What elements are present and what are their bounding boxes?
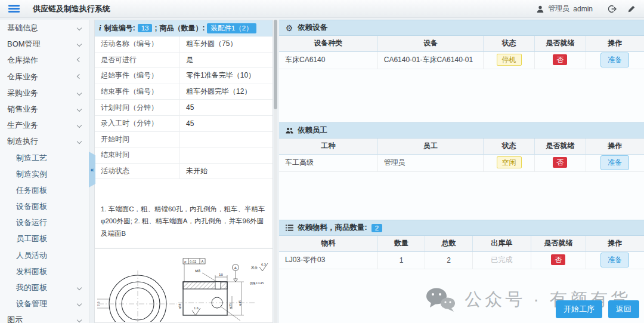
chevron-down-icon [77,318,82,322]
mfg-no-label: 制造编号: [104,23,135,33]
chevron-down-icon [77,139,82,144]
ready-badge: 否 [553,54,567,65]
form-row: 结束时间 [95,147,273,164]
start-process-button[interactable]: 开始工序 [556,300,602,318]
dim-left-label: 7.5 [97,302,100,306]
chevron-down-icon [77,107,82,112]
sidebar-item-material-panel[interactable]: 发料面板 [0,263,89,279]
user-name: admin [573,5,593,13]
logout-icon[interactable] [608,5,617,13]
sidebar-item-my-panel[interactable]: 我的面板 [0,279,89,296]
dim-outer-label: φ45 [239,300,242,306]
wechat-icon [425,287,456,312]
sidebar-item-mfg-instance[interactable]: 制造实例 [0,166,89,182]
sidebar-item-warehouse-ops[interactable]: 仓库操作 [0,52,89,68]
form-row: 计划时间（分钟）45 [95,100,273,116]
sidebar-item-purchase[interactable]: 采购业务 [0,85,89,101]
list-icon [285,224,293,232]
sidebar-item-task-panel[interactable]: 任务面板 [0,182,89,198]
ready-badge: 否 [551,254,565,265]
chevron-down-icon [77,285,82,290]
app-title: 供应链及制造执行系统 [33,4,110,14]
dependencies-panel: ⚙ 依赖设备 设备种类 设备 状态 是否就绪 操作 车床CA6140 CA614… [279,20,644,323]
table-row: 车工高级 管理员 空闲 否 准备 [279,154,644,171]
material-section-title: 依赖物料，商品数量: [298,223,367,233]
sidebar-item-mfg-execution[interactable]: 制造执行 [0,133,89,149]
mfg-no-badge: 13 [138,24,153,32]
gear-icon: ⚙ [285,24,293,32]
staff-section-title: 依赖员工 [298,125,327,136]
material-table: 物料 数量 总数 出库单 是否就绪 操作 LJ03-零件03 1 2 已完成 否… [279,236,644,269]
surface-note-label: 其余 [251,266,258,270]
sidebar-item-mfg-process[interactable]: 制造工艺 [0,150,89,166]
equipment-section: ⚙ 依赖设备 设备种类 设备 状态 是否就绪 操作 车床CA6140 CA614… [279,20,644,69]
status-badge: 空闲 [497,156,522,168]
form-row: 起始事件（编号）零件1准备完毕（10） [95,68,273,84]
tolerance-datum: A [202,260,204,263]
sidebar-item-bom[interactable]: BOM管理 [0,36,89,52]
sidebar-item-sales[interactable]: 销售业务 [0,101,89,117]
sidebar-item-device-panel[interactable]: 设备面板 [0,198,89,214]
prepare-button[interactable]: 准备 [600,155,629,170]
separator: ; [154,24,157,32]
staff-section: 依赖员工 工种 员工 状态 是否就绪 操作 车工高级 管理员 空闲 否 准备 [279,122,644,172]
sidebar-collapse-handle[interactable]: « [89,152,95,187]
sidebar-item-device-mgmt[interactable]: 设备管理 [0,296,89,312]
material-count-badge: 2 [371,224,382,232]
chevron-down-icon [77,302,82,306]
info-icon: i [99,23,101,33]
footer-actions: 开始工序 返回 [556,300,639,318]
panel-scrollbar-thumb[interactable] [274,20,277,109]
chevron-left-icon [77,57,82,62]
outbound-status: 已完成 [491,256,512,264]
surface-value-label: 6.3 [261,263,266,266]
sidebar-nav: 基础信息 BOM管理 仓库操作 仓库业务 采购业务 销售业务 生产业务 制造执行… [0,20,89,323]
table-header-row: 设备种类 设备 状态 是否就绪 操作 [279,36,644,51]
user-role: 管理员 [548,4,569,14]
users-icon [285,127,293,135]
datum-label: A [234,266,237,270]
chevron-down-icon [77,91,82,96]
activity-form: 活动名称（编号）粗车外圆（75） 是否可进行是 起始事件（编号）零件1准备完毕（… [95,36,273,179]
equipment-table: 设备种类 设备 状态 是否就绪 操作 车床CA6140 CA6140-01-车床… [279,36,644,69]
prepare-button[interactable]: 准备 [600,53,629,67]
form-row: 活动名称（编号）粗车外圆（75） [95,36,273,53]
sidebar-item-staff-panel[interactable]: 员工面板 [0,230,89,247]
edit-pen-icon[interactable] [627,5,636,13]
chevron-down-icon [77,26,82,30]
sidebar-item-warehouse-biz[interactable]: 仓库业务 [0,69,89,85]
back-button[interactable]: 返回 [608,300,639,318]
sidebar-item-personnel-activity[interactable]: 人员活动 [0,247,89,263]
thread-label: M8 [195,269,200,273]
user-menu[interactable]: 管理员 admin [536,4,593,14]
detail-panel: i 制造编号: 13 ; 商品（数量）: 装配件1（2） 活动名称（编号）粗车外… [94,20,273,323]
table-row: 车床CA6140 CA6140-01-车床CA6140-01 停机 否 准备 [279,51,644,69]
staff-table: 工种 员工 状态 是否就绪 操作 车工高级 管理员 空闲 否 准备 [279,139,644,172]
material-section-header: 依赖物料，商品数量: 2 [279,220,644,236]
sidebar-item-device-run[interactable]: 设备运行 [0,214,89,230]
table-row: LJ03-零件03 1 2 已完成 否 准备 [279,251,644,269]
prepare-button[interactable]: 准备 [600,253,629,267]
chamfer-note-label: 倒角1×45 [249,281,264,285]
table-header-row: 物料 数量 总数 出库单 是否就绪 操作 [279,236,644,251]
sidebar-item-diagram[interactable]: 图示 [0,312,89,323]
process-note: 1. 车端面C，粗、精镗60孔，内孔倒角，粗车、半精车φ200外圆; 2. 粗、… [95,179,273,249]
form-row: 结束事件（编号）粗车外圆完毕（12） [95,84,273,100]
technical-drawing: 7.5 ⌀ 0.02 A M8 [95,249,273,322]
status-badge: 停机 [497,54,522,66]
tolerance-symbol: ⌀ [184,260,187,263]
hamburger-menu-icon[interactable] [8,5,20,13]
chevron-down-icon [77,42,82,47]
form-row: 开始时间 [95,132,273,148]
sidebar-item-basic-info[interactable]: 基础信息 [0,20,89,36]
form-row: 活动状态未开始 [95,164,273,180]
equipment-section-header: ⚙ 依赖设备 [279,20,644,36]
tolerance-value: 0.02 [190,260,196,263]
detail-panel-header: i 制造编号: 13 ; 商品（数量）: 装配件1（2） [95,20,273,36]
dim-hole-label: φ25 [229,303,232,309]
chevron-down-icon [77,123,82,128]
ready-badge: 否 [553,157,567,168]
sidebar-item-production[interactable]: 生产业务 [0,117,89,133]
dim-width-label: 10 [219,273,223,276]
panel-scrollbar-track [274,20,277,323]
